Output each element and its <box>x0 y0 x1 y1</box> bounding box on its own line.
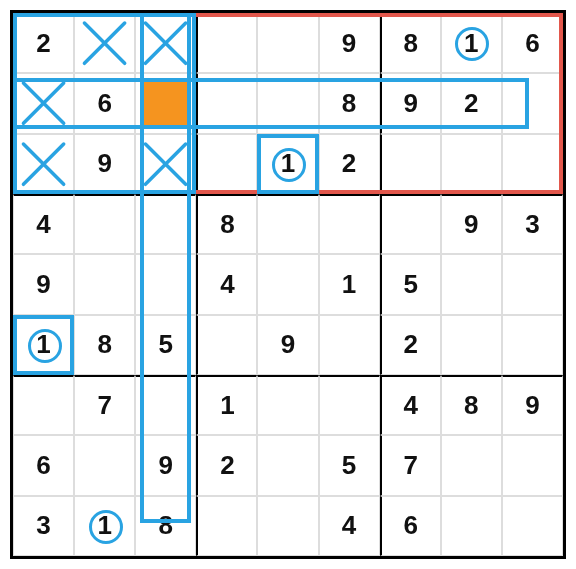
cell-r3-c4[interactable] <box>257 194 318 254</box>
cell-r3-c6[interactable] <box>380 194 441 254</box>
cell-r3-c3[interactable]: 8 <box>196 194 257 254</box>
cell-r8-c8[interactable] <box>502 496 563 556</box>
cell-r2-c7[interactable] <box>441 134 502 194</box>
cell-r1-c1[interactable]: 6 <box>74 73 135 133</box>
cell-r7-c2[interactable]: 9 <box>135 435 196 495</box>
cell-r3-c8[interactable]: 3 <box>502 194 563 254</box>
cell-r4-c5[interactable]: 1 <box>319 254 380 314</box>
cell-r2-c0[interactable] <box>13 134 74 194</box>
cell-r4-c4[interactable] <box>257 254 318 314</box>
cell-value: 2 <box>220 450 234 481</box>
cell-r2-c2[interactable] <box>135 134 196 194</box>
sudoku-board: 2981668929124893941518592714896925731846 <box>10 10 566 559</box>
cell-r6-c3[interactable]: 1 <box>196 375 257 435</box>
cell-r6-c0[interactable] <box>13 375 74 435</box>
cell-r6-c6[interactable]: 4 <box>380 375 441 435</box>
cell-r5-c7[interactable] <box>441 315 502 375</box>
cell-r7-c5[interactable]: 5 <box>319 435 380 495</box>
cell-r2-c8[interactable] <box>502 134 563 194</box>
cell-r5-c3[interactable] <box>196 315 257 375</box>
cell-r8-c4[interactable] <box>257 496 318 556</box>
cell-r6-c2[interactable] <box>135 375 196 435</box>
cell-r6-c5[interactable] <box>319 375 380 435</box>
cell-value: 6 <box>97 88 111 119</box>
cell-r4-c3[interactable]: 4 <box>196 254 257 314</box>
cell-r8-c6[interactable]: 6 <box>380 496 441 556</box>
cell-r6-c4[interactable] <box>257 375 318 435</box>
cell-r5-c8[interactable] <box>502 315 563 375</box>
cell-r1-c8[interactable] <box>502 73 563 133</box>
cell-r3-c5[interactable] <box>319 194 380 254</box>
cell-r7-c4[interactable] <box>257 435 318 495</box>
cell-r7-c6[interactable]: 7 <box>380 435 441 495</box>
cell-r2-c5[interactable]: 2 <box>319 134 380 194</box>
cell-r7-c7[interactable] <box>441 435 502 495</box>
cell-r8-c7[interactable] <box>441 496 502 556</box>
cell-value: 7 <box>403 450 417 481</box>
cell-value: 4 <box>403 390 417 421</box>
x-icon <box>79 18 130 68</box>
cell-r0-c5[interactable]: 9 <box>319 13 380 73</box>
cell-r5-c1[interactable]: 8 <box>74 315 135 375</box>
cell-r0-c3[interactable] <box>196 13 257 73</box>
cell-value: 8 <box>342 88 356 119</box>
cell-r2-c6[interactable] <box>380 134 441 194</box>
cell-r8-c3[interactable] <box>196 496 257 556</box>
cell-value: 4 <box>220 269 234 300</box>
cell-r7-c1[interactable] <box>74 435 135 495</box>
cell-r0-c1[interactable] <box>74 13 135 73</box>
cell-r1-c6[interactable]: 9 <box>380 73 441 133</box>
cell-r6-c8[interactable]: 9 <box>502 375 563 435</box>
cell-r8-c0[interactable]: 3 <box>13 496 74 556</box>
cell-r5-c5[interactable] <box>319 315 380 375</box>
cell-r4-c7[interactable] <box>441 254 502 314</box>
cell-r5-c4[interactable]: 9 <box>257 315 318 375</box>
cell-r8-c5[interactable]: 4 <box>319 496 380 556</box>
cell-r1-c7[interactable]: 2 <box>441 73 502 133</box>
cell-r7-c0[interactable]: 6 <box>13 435 74 495</box>
cell-r7-c3[interactable]: 2 <box>196 435 257 495</box>
cell-r2-c3[interactable] <box>196 134 257 194</box>
cell-r1-c0[interactable] <box>13 73 74 133</box>
cell-r4-c6[interactable]: 5 <box>380 254 441 314</box>
cell-value: 6 <box>525 28 539 59</box>
cell-r5-c0[interactable]: 1 <box>13 315 74 375</box>
cell-r8-c2[interactable]: 8 <box>135 496 196 556</box>
x-icon <box>140 18 191 68</box>
cell-r1-c3[interactable] <box>196 73 257 133</box>
cell-value: 2 <box>403 329 417 360</box>
cell-r3-c0[interactable]: 4 <box>13 194 74 254</box>
svg-line-2 <box>146 23 186 63</box>
cell-r3-c2[interactable] <box>135 194 196 254</box>
cell-r0-c0[interactable]: 2 <box>13 13 74 73</box>
cell-r0-c7[interactable]: 1 <box>441 13 502 73</box>
cell-r2-c4[interactable]: 1 <box>257 134 318 194</box>
cell-r6-c7[interactable]: 8 <box>441 375 502 435</box>
cell-r7-c8[interactable] <box>502 435 563 495</box>
cell-r4-c0[interactable]: 9 <box>13 254 74 314</box>
svg-line-3 <box>146 23 186 63</box>
cell-r0-c4[interactable] <box>257 13 318 73</box>
cell-value: 5 <box>342 450 356 481</box>
cell-r4-c2[interactable] <box>135 254 196 314</box>
cell-value: 4 <box>36 209 50 240</box>
cell-value: 3 <box>36 510 50 541</box>
cell-value: 2 <box>342 148 356 179</box>
cell-r0-c8[interactable]: 6 <box>502 13 563 73</box>
cell-r5-c2[interactable]: 5 <box>135 315 196 375</box>
cell-r6-c1[interactable]: 7 <box>74 375 135 435</box>
cell-r2-c1[interactable]: 9 <box>74 134 135 194</box>
cell-r0-c6[interactable]: 8 <box>380 13 441 73</box>
cell-r3-c1[interactable] <box>74 194 135 254</box>
cell-r4-c1[interactable] <box>74 254 135 314</box>
cell-r1-c2[interactable] <box>135 73 196 133</box>
cell-r0-c2[interactable] <box>135 13 196 73</box>
cell-r1-c4[interactable] <box>257 73 318 133</box>
svg-line-5 <box>23 83 63 123</box>
cell-r5-c6[interactable]: 2 <box>380 315 441 375</box>
cell-r3-c7[interactable]: 9 <box>441 194 502 254</box>
cell-value: 1 <box>281 148 295 179</box>
cell-r1-c5[interactable]: 8 <box>319 73 380 133</box>
cell-r4-c8[interactable] <box>502 254 563 314</box>
cell-r8-c1[interactable]: 1 <box>74 496 135 556</box>
